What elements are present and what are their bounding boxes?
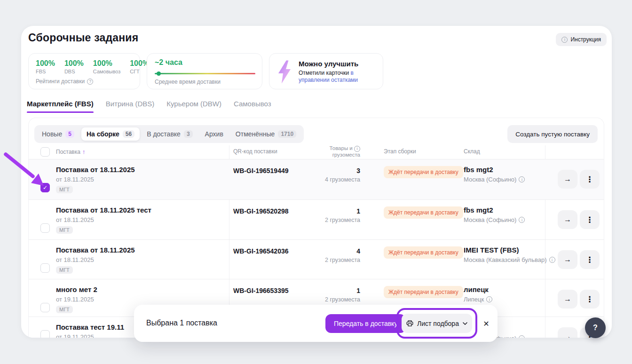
stage-cell: Ждёт передачи в доставку	[384, 166, 463, 178]
rating-value: 100%	[36, 59, 55, 68]
info-icon[interactable]: i	[549, 257, 555, 263]
open-supply-button[interactable]: →	[558, 250, 577, 269]
row-actions: → ⋮	[558, 210, 600, 229]
arrow-right-icon: →	[564, 255, 571, 264]
supply-tag: МГТ	[56, 226, 73, 234]
close-icon: ✕	[483, 319, 489, 328]
close-selection-button[interactable]: ✕	[481, 318, 491, 329]
filter-count-badge: 56	[123, 130, 134, 138]
supply-cell[interactable]: Поставка от 18.11.2025 от 18.11.2025 МГТ	[56, 246, 135, 274]
help-icon: ?	[593, 324, 598, 332]
row-checkbox-checked[interactable]: ✓	[40, 183, 50, 192]
delivery-time-value: ~2 часа	[155, 58, 182, 67]
row-menu-button[interactable]: ⋮	[580, 290, 600, 309]
tab-courier-dbw[interactable]: Курьером (DBW)	[166, 100, 221, 113]
rating-value: 100%	[130, 59, 149, 68]
column-stage: Этап сборки	[384, 148, 416, 155]
chevron-down-icon	[462, 321, 468, 326]
rating-label: Самовывоз	[93, 69, 120, 74]
row-checkbox[interactable]	[40, 303, 50, 312]
create-empty-supply-button[interactable]: Создать пустую поставку	[507, 125, 598, 143]
warehouse-name: IMEI TEST (FBS)	[464, 246, 555, 254]
kebab-icon: ⋮	[586, 215, 594, 225]
tab-marketplace-fbs[interactable]: Маркетплейс (FBS)	[27, 100, 94, 113]
supply-cell[interactable]: Поставка от 18.11.2025 тест от 18.11.202…	[56, 206, 151, 234]
rating-pickup: 100% Самовывоз	[93, 59, 120, 74]
arrow-right-icon: →	[564, 215, 571, 224]
info-icon[interactable]: i	[354, 146, 360, 152]
supply-cell[interactable]: много мет 2 от 19.11.2025 МГТ	[56, 285, 97, 313]
ratings-footer: Рейтинги доставки ?	[36, 78, 93, 85]
filter-label: В доставке	[147, 130, 181, 138]
supply-title: Поставка тест 19.11	[56, 323, 124, 331]
column-supply[interactable]: Поставка ↑	[56, 148, 85, 155]
arrow-right-icon: →	[564, 332, 571, 338]
supply-date: от 19.11.2025	[56, 333, 124, 338]
filter-archive[interactable]: Архив	[200, 127, 229, 141]
table-header: Поставка ↑ QR-код поставки Товары и i гр…	[29, 145, 604, 159]
supply-cell[interactable]: Поставка от 18.11.2025 от 18.11.2025 МГТ	[56, 166, 135, 193]
filter-cancelled[interactable]: Отменённые 1710	[230, 127, 301, 141]
filter-new[interactable]: Новые 5	[37, 127, 79, 141]
instruction-label: Инструкция	[570, 36, 601, 43]
selected-count-text: Выбрана 1 поставка	[146, 319, 217, 327]
picking-list-button[interactable]: Лист подбора	[402, 314, 472, 333]
transfer-to-delivery-button[interactable]: Передать в доставку	[325, 314, 406, 333]
lightning-icon	[276, 60, 293, 86]
kebab-icon: ⋮	[586, 174, 594, 184]
warehouse-cell: IMEI TEST (FBS) Москва (Кавказский бульв…	[464, 246, 555, 263]
info-icon[interactable]: i	[519, 176, 525, 182]
open-supply-button[interactable]: →	[558, 290, 577, 309]
supply-date: от 19.11.2025	[56, 296, 97, 303]
supply-date: от 18.11.2025	[56, 216, 151, 223]
status-badge: Ждёт передачи в доставку	[384, 246, 463, 259]
open-supply-button[interactable]: →	[558, 210, 577, 229]
kebab-icon: ⋮	[586, 294, 594, 304]
stage-cell: Ждёт передачи в доставку	[384, 246, 463, 259]
instruction-button[interactable]: i Инструкция	[556, 33, 607, 46]
supply-title: Поставка от 18.11.2025 тест	[56, 206, 151, 214]
improve-card: Можно улучшить Отметили карточки в управ…	[269, 53, 383, 89]
help-button[interactable]: ?	[585, 317, 606, 338]
picking-list-label: Лист подбора	[417, 320, 459, 327]
delivery-time-card: ~2 часа Среднее время доставки	[147, 53, 262, 89]
row-checkbox[interactable]	[40, 330, 50, 338]
tab-pickup[interactable]: Самовывоз	[234, 100, 271, 113]
column-warehouse: Склад	[464, 148, 480, 155]
selection-action-bar: Выбрана 1 поставка Передать в доставку Л…	[134, 305, 498, 342]
cargo-places: 2 грузоместа	[283, 296, 360, 303]
info-icon[interactable]: i	[519, 217, 525, 223]
row-menu-button[interactable]: ⋮	[580, 170, 600, 189]
stage-cell: Ждёт передачи в доставку	[384, 286, 463, 298]
filter-in-assembly[interactable]: На сборке 56	[81, 127, 140, 141]
info-icon[interactable]: i	[519, 335, 525, 338]
filter-in-delivery[interactable]: В доставке 3	[142, 127, 198, 141]
open-supply-button[interactable]: →	[558, 170, 577, 189]
rating-sgt: 100% СГТ	[130, 59, 149, 74]
goods-count: 3	[283, 167, 360, 174]
qr-code: WB-GI-196519449	[233, 167, 289, 174]
supply-date: от 18.11.2025	[56, 176, 135, 183]
column-goods-line2: грузоместа	[283, 152, 360, 158]
info-icon[interactable]: i	[486, 296, 492, 302]
supply-cell[interactable]: Поставка тест 19.11 от 19.11.2025	[56, 323, 124, 338]
goods-count: 1	[283, 207, 360, 215]
question-icon[interactable]: ?	[87, 79, 93, 85]
tab-vitrina-dbs[interactable]: Витрина (DBS)	[106, 100, 155, 113]
filter-count-badge: 1710	[278, 130, 296, 138]
filter-label: Отменённые	[236, 130, 275, 138]
row-checkbox[interactable]	[40, 263, 50, 273]
supply-tag: МГТ	[56, 186, 73, 193]
sort-asc-icon: ↑	[82, 148, 86, 155]
filter-label: На сборке	[87, 130, 119, 138]
arrow-right-icon: →	[564, 175, 571, 183]
warehouse-name: липецк	[464, 285, 492, 293]
cargo-places: 2 грузоместа	[283, 257, 360, 263]
row-menu-button[interactable]: ⋮	[580, 250, 600, 269]
open-supply-button[interactable]: →	[558, 327, 577, 338]
select-all-checkbox[interactable]	[40, 147, 50, 157]
row-actions: → ⋮	[558, 170, 600, 189]
row-menu-button[interactable]: ⋮	[580, 210, 600, 229]
warehouse-cell: fbs mgt2 Москва (Софьино) i	[464, 166, 525, 183]
row-checkbox[interactable]	[40, 223, 50, 233]
